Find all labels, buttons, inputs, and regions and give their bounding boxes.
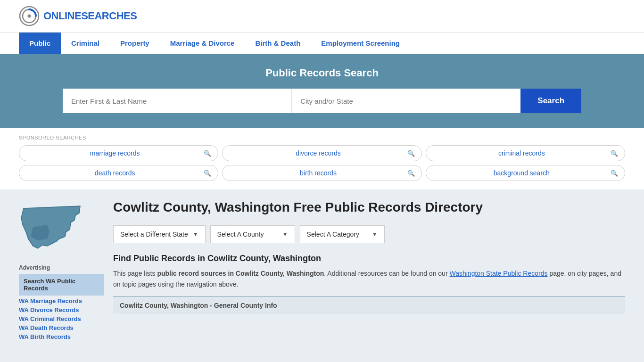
chevron-down-icon-2: ▼ <box>282 231 288 238</box>
nav-item-property[interactable]: Property <box>110 33 160 54</box>
state-dropdown[interactable]: Select a Different State ▼ <box>113 225 206 243</box>
county-info-bar: Cowlitz County, Washington - General Cou… <box>113 296 625 314</box>
sponsored-label: SPONSORED SEARCHES <box>19 135 625 140</box>
search-icon-2: 🔍 <box>611 150 618 157</box>
sponsored-link-background[interactable]: background search <box>433 169 611 177</box>
main-nav: Public Criminal Property Marriage & Divo… <box>0 32 644 54</box>
sidebar: Advertising Search WA Public Records WA … <box>19 199 104 341</box>
search-icon-1: 🔍 <box>407 150 415 157</box>
find-records-title: Find Public Records in Cowlitz County, W… <box>113 254 625 263</box>
description-text: This page lists public record sources in… <box>113 268 625 289</box>
name-input[interactable] <box>63 89 292 113</box>
search-icon-0: 🔍 <box>204 150 211 157</box>
search-icon-3: 🔍 <box>204 170 211 177</box>
hero-section: Public Records Search Search <box>0 54 644 128</box>
sidebar-link-0[interactable]: WA Marriage Records <box>19 296 104 305</box>
washington-map <box>19 199 85 255</box>
logo-icon <box>19 6 40 26</box>
sidebar-ad-link[interactable]: Search WA Public Records <box>19 274 104 296</box>
dropdowns-row: Select a Different State ▼ Select A Coun… <box>113 225 625 243</box>
sponsored-item-divorce[interactable]: divorce records 🔍 <box>222 145 421 161</box>
sponsored-link-death[interactable]: death records <box>26 169 204 177</box>
sponsored-link-divorce[interactable]: divorce records <box>229 149 407 157</box>
search-icon-5: 🔍 <box>611 170 618 177</box>
sponsored-item-marriage[interactable]: marriage records 🔍 <box>19 145 218 161</box>
main-content: Advertising Search WA Public Records WA … <box>0 189 644 351</box>
sidebar-link-3[interactable]: WA Death Records <box>19 323 104 332</box>
category-dropdown-text: Select A Category <box>307 230 367 238</box>
sponsored-grid: marriage records 🔍 divorce records 🔍 cri… <box>19 145 625 181</box>
sponsored-item-background[interactable]: background search 🔍 <box>426 165 625 181</box>
sponsored-item-birth[interactable]: birth records 🔍 <box>222 165 421 181</box>
page-title: Cowlitz County, Washington Free Public R… <box>113 199 625 216</box>
nav-item-marriage[interactable]: Marriage & Divorce <box>160 33 245 54</box>
svg-point-2 <box>28 15 31 18</box>
sponsored-item-criminal[interactable]: criminal records 🔍 <box>426 145 625 161</box>
state-dropdown-text: Select a Different State <box>120 230 188 238</box>
header: ONLINESEARCHES <box>0 0 644 32</box>
wa-public-records-link[interactable]: Washington State Public Records <box>449 270 547 277</box>
sponsored-link-birth[interactable]: birth records <box>229 169 407 177</box>
sidebar-ad-label: Advertising <box>19 264 104 271</box>
logo-text: ONLINESEARCHES <box>43 10 137 22</box>
hero-title: Public Records Search <box>19 67 625 79</box>
nav-item-birth[interactable]: Birth & Death <box>245 33 311 54</box>
category-dropdown[interactable]: Select A Category ▼ <box>300 225 385 243</box>
nav-item-criminal[interactable]: Criminal <box>61 33 110 54</box>
sponsored-section: SPONSORED SEARCHES marriage records 🔍 di… <box>0 128 644 189</box>
county-dropdown-text: Select A County <box>217 230 278 238</box>
sponsored-item-death[interactable]: death records 🔍 <box>19 165 218 181</box>
sidebar-link-2[interactable]: WA Criminal Records <box>19 314 104 323</box>
sponsored-link-criminal[interactable]: criminal records <box>433 149 611 157</box>
location-input[interactable] <box>292 89 520 113</box>
nav-item-employment[interactable]: Employment Screening <box>311 33 410 54</box>
sidebar-link-4[interactable]: WA Birth Records <box>19 332 104 341</box>
nav-item-public[interactable]: Public <box>19 33 61 54</box>
search-button[interactable]: Search <box>520 89 581 113</box>
logo[interactable]: ONLINESEARCHES <box>19 6 137 26</box>
search-icon-4: 🔍 <box>407 170 415 177</box>
content-area: Cowlitz County, Washington Free Public R… <box>113 199 625 341</box>
county-dropdown[interactable]: Select A County ▼ <box>210 225 295 243</box>
chevron-down-icon: ▼ <box>193 231 198 238</box>
sidebar-link-1[interactable]: WA Divorce Records <box>19 305 104 314</box>
chevron-down-icon-3: ▼ <box>372 231 378 238</box>
sponsored-link-marriage[interactable]: marriage records <box>26 149 204 157</box>
search-bar: Search <box>63 89 581 113</box>
